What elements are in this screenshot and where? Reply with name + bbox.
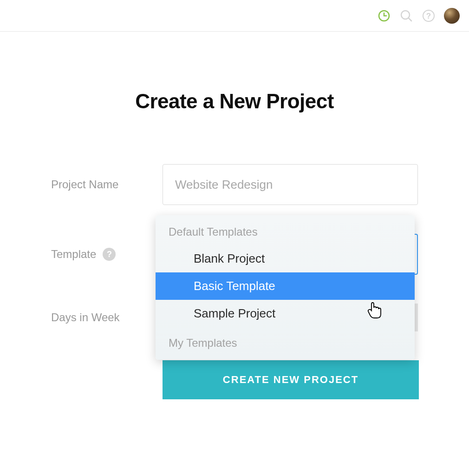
dropdown-option-blank-project[interactable]: Blank Project [156, 245, 415, 272]
help-icon[interactable]: ? [422, 9, 436, 23]
dropdown-group-default: Default Templates [156, 215, 415, 245]
search-icon[interactable] [399, 9, 413, 23]
dropdown-option-sample-project[interactable]: Sample Project [156, 300, 415, 327]
user-avatar[interactable] [444, 8, 460, 24]
project-name-input[interactable] [163, 164, 418, 205]
template-label: Template ? [51, 248, 163, 261]
top-header: ? [0, 0, 469, 32]
dropdown-group-my-templates: My Templates [156, 327, 415, 360]
template-help-icon[interactable]: ? [103, 248, 116, 261]
project-name-label: Project Name [51, 178, 163, 191]
project-name-row: Project Name [51, 164, 418, 205]
clock-icon[interactable] [377, 9, 391, 23]
create-project-button[interactable]: CREATE NEW PROJECT [163, 360, 419, 399]
dropdown-option-basic-template[interactable]: Basic Template [156, 272, 415, 300]
svg-text:?: ? [426, 12, 431, 20]
page-title: Create a New Project [0, 90, 469, 113]
template-dropdown: Default Templates Blank Project Basic Te… [156, 215, 415, 360]
days-in-week-label: Days in Week [51, 311, 163, 324]
create-project-form: Project Name Template ? Days in Week Def… [51, 164, 418, 399]
template-label-text: Template [51, 248, 96, 261]
